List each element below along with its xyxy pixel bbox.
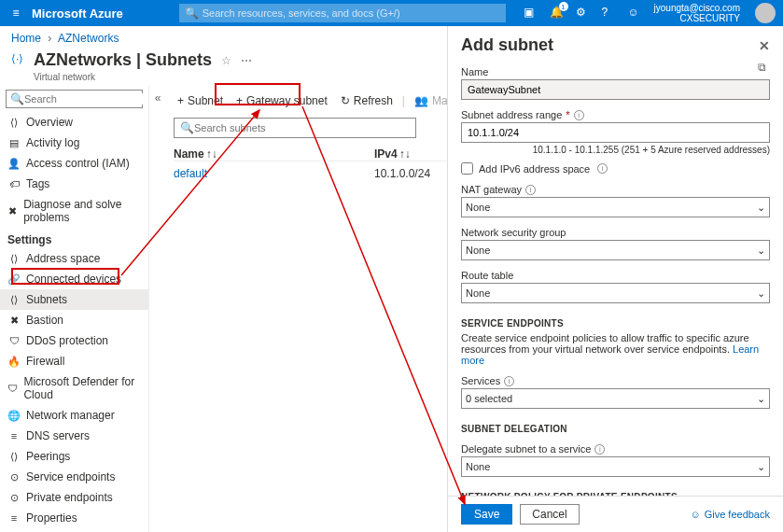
sidebar-item-ddos-protection[interactable]: 🛡DDoS protection	[0, 330, 148, 351]
collapse-sidebar-icon[interactable]: «	[149, 91, 166, 105]
route-label: Route table	[461, 270, 513, 281]
notification-badge: 1	[559, 2, 568, 11]
cell-name[interactable]: default	[174, 167, 374, 180]
sidebar-item-address-space[interactable]: ⟨⟩Address space	[0, 248, 148, 269]
sidebar-item-locks[interactable]: 🔒Locks	[0, 528, 148, 532]
plus-icon: +	[177, 94, 184, 107]
cloud-shell-icon[interactable]: ▣	[524, 6, 538, 21]
info-icon[interactable]: i	[504, 376, 514, 386]
breadcrumb-home[interactable]: Home	[11, 32, 41, 45]
avatar[interactable]	[755, 3, 776, 23]
ipv6-checkbox[interactable]	[461, 162, 473, 175]
save-button[interactable]: Save	[461, 504, 512, 525]
feedback-icon: ☺	[690, 509, 700, 520]
subnet-search[interactable]: 🔍	[174, 118, 416, 138]
nav-label: Tags	[26, 177, 49, 190]
endpoints-text: Create service endpoint policies to allo…	[461, 332, 770, 366]
range-label: Subnet address range	[461, 109, 562, 120]
nav-icon: ≡	[7, 511, 21, 525]
global-search[interactable]: 🔍	[179, 4, 506, 22]
info-icon[interactable]: i	[597, 163, 608, 174]
close-icon[interactable]: ✕	[759, 38, 770, 53]
brand-label: Microsoft Azure	[32, 7, 123, 21]
info-icon[interactable]: i	[574, 110, 584, 120]
sidebar-item-peerings[interactable]: ⟨⟩Peerings	[0, 446, 148, 467]
nav-icon: 👤	[7, 157, 21, 170]
info-icon[interactable]: i	[525, 185, 536, 195]
col-name[interactable]: Name ↑↓	[174, 147, 374, 161]
nav-label: Overview	[26, 116, 73, 129]
sidebar-item-service-endpoints[interactable]: ⊙Service endpoints	[0, 467, 148, 487]
nav-label: DNS servers	[26, 429, 90, 442]
sidebar-item-activity-log[interactable]: ▤Activity log	[0, 133, 148, 153]
sidebar-item-properties[interactable]: ≡Properties	[0, 508, 148, 528]
nat-select[interactable]: None⌄	[461, 197, 770, 217]
nav-icon: 🛡	[7, 334, 21, 347]
add-subnet-button[interactable]: +Subnet	[174, 92, 227, 109]
refresh-button[interactable]: ↻Refresh	[337, 92, 397, 109]
nav-label: Properties	[26, 511, 77, 525]
chevron-down-icon: ⌄	[757, 245, 765, 257]
sidebar-item-overview[interactable]: ⟨⟩Overview	[0, 112, 148, 133]
sidebar-item-tags[interactable]: 🏷Tags	[0, 174, 148, 194]
add-gateway-subnet-button[interactable]: +Gateway subnet	[232, 92, 331, 109]
name-input[interactable]	[461, 79, 770, 100]
delegate-label: Delegate subnet to a service	[461, 443, 591, 455]
range-input[interactable]	[461, 122, 770, 143]
page-title: AZNetworks | Subnets	[34, 50, 212, 70]
range-hint: 10.1.1.0 - 10.1.1.255 (251 + 5 Azure res…	[461, 145, 770, 155]
global-header: ≡ Microsoft Azure 🔍 ▣ 🔔1 ⚙ ? ☺ jyoungta@…	[0, 0, 783, 26]
chevron-down-icon: ⌄	[757, 461, 765, 473]
info-icon[interactable]: i	[594, 444, 605, 455]
chevron-down-icon: ⌄	[757, 393, 765, 405]
panel-footer: Save Cancel ☺Give feedback	[448, 496, 783, 532]
feedback-icon[interactable]: ☺	[628, 6, 643, 21]
copy-icon[interactable]: ⧉	[758, 61, 766, 74]
sidebar-item-dns-servers[interactable]: ≡DNS servers	[0, 426, 148, 446]
give-feedback-link[interactable]: ☺Give feedback	[690, 509, 770, 520]
sidebar-item-private-endpoints[interactable]: ⊙Private endpoints	[0, 487, 148, 508]
account-block[interactable]: jyoungta@cisco.com CXSECURITY	[654, 3, 740, 23]
sidebar-item-network-manager[interactable]: 🌐Network manager	[0, 405, 148, 426]
breadcrumb-current[interactable]: AZNetworks	[58, 32, 119, 45]
nav-icon: 🌐	[7, 409, 21, 422]
plus-icon: +	[236, 94, 243, 107]
services-select[interactable]: 0 selected⌄	[461, 388, 770, 409]
nav-label: Diagnose and solve problems	[23, 198, 141, 224]
settings-icon[interactable]: ⚙	[576, 6, 591, 21]
add-subnet-panel: Add subnet ✕ Name ⧉ Subnet address range…	[447, 26, 783, 532]
nav-label: Network manager	[26, 409, 115, 422]
subnet-search-input[interactable]	[194, 122, 410, 133]
global-search-input[interactable]	[203, 7, 500, 19]
delegation-header: SUBNET DELEGATION	[461, 424, 770, 434]
more-icon[interactable]: ⋯	[241, 54, 252, 67]
vnet-icon: ⟨·⟩	[11, 52, 28, 69]
nav-icon: 🛡	[7, 382, 18, 395]
delegate-select[interactable]: None⌄	[461, 456, 770, 477]
sidebar-search[interactable]: 🔍	[6, 90, 143, 108]
chevron-down-icon: ⌄	[757, 202, 765, 214]
help-icon[interactable]: ?	[602, 6, 617, 21]
route-select[interactable]: None⌄	[461, 283, 770, 303]
sidebar-item-microsoft-defender-for-cloud[interactable]: 🛡Microsoft Defender for Cloud	[0, 371, 148, 405]
sidebar-item-subnets[interactable]: ⟨⟩Subnets	[0, 289, 148, 310]
users-icon: 👥	[414, 94, 428, 107]
hamburger-icon[interactable]: ≡	[7, 7, 24, 20]
nsg-select[interactable]: None⌄	[461, 240, 770, 260]
nav-label: Private endpoints	[26, 491, 113, 504]
sidebar-item-access-control-iam-[interactable]: 👤Access control (IAM)	[0, 153, 148, 174]
endpoints-header: SERVICE ENDPOINTS	[461, 318, 770, 329]
name-label: Name	[461, 66, 488, 77]
sidebar-item-firewall[interactable]: 🔥Firewall	[0, 351, 148, 371]
sidebar-search-input[interactable]	[24, 93, 149, 105]
nsg-label: Network security group	[461, 227, 566, 238]
panel-title: Add subnet	[461, 35, 553, 55]
sidebar-item-bastion[interactable]: ✖Bastion	[0, 310, 148, 330]
notifications-icon[interactable]: 🔔1	[550, 6, 565, 21]
cancel-button[interactable]: Cancel	[520, 504, 579, 525]
nav-icon: ✖	[7, 314, 21, 327]
sidebar-item-diagnose-and-solve-problems[interactable]: ✖Diagnose and solve problems	[0, 194, 148, 228]
pin-icon[interactable]: ☆	[221, 54, 231, 67]
sidebar-item-connected-devices[interactable]: 🔗Connected devices	[0, 269, 148, 289]
ipv6-checkbox-row[interactable]: Add IPv6 address space i	[461, 162, 770, 175]
